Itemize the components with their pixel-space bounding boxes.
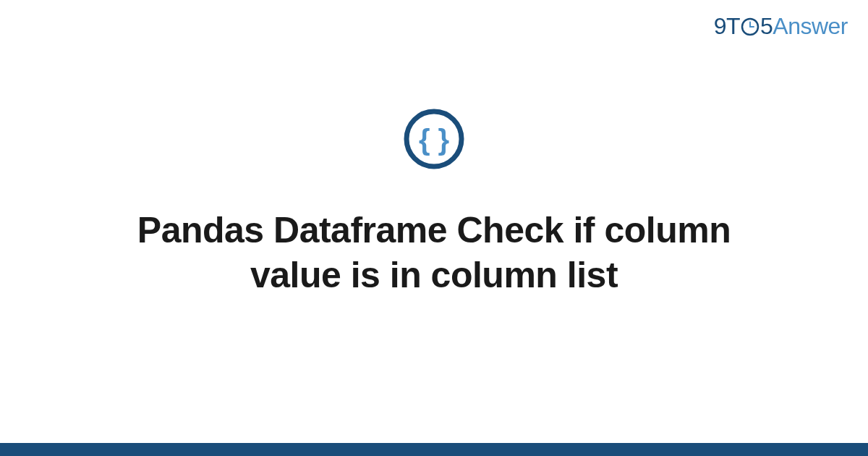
- bottom-accent-bar: [0, 443, 868, 456]
- page-title: Pandas Dataframe Check if column value i…: [109, 208, 760, 298]
- svg-text:{ }: { }: [419, 124, 449, 156]
- code-braces-icon: { }: [403, 108, 465, 173]
- main-content: { } Pandas Dataframe Check if column val…: [0, 0, 868, 456]
